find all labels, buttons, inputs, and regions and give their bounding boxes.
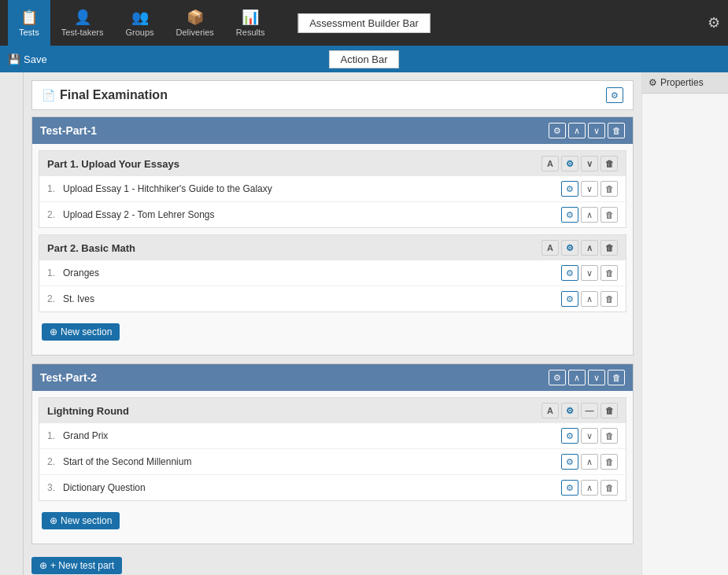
properties-header: ⚙ Properties xyxy=(642,72,728,94)
item1-delete-btn[interactable]: 🗑 xyxy=(601,181,618,197)
item5-delete-btn[interactable]: 🗑 xyxy=(601,428,618,444)
test-part-2-actions: ⚙ ∧ ∨ 🗑 xyxy=(549,370,625,385)
test-title: Final Examination xyxy=(60,88,168,102)
nav-item-test-takers[interactable]: 👤 Test-takers xyxy=(50,9,115,37)
test-segment-1-header: Part 1. Upload Your Essays A ⚙ ∨ 🗑 xyxy=(39,151,626,176)
item2-delete-btn[interactable]: 🗑 xyxy=(601,207,618,223)
test-part-1-down-btn[interactable]: ∨ xyxy=(588,123,605,138)
item3-down-btn[interactable]: ∨ xyxy=(581,265,598,281)
nav-item-groups[interactable]: 👥 Groups xyxy=(114,9,164,37)
item5-down-btn[interactable]: ∨ xyxy=(581,428,598,444)
seg3-delete-btn[interactable]: 🗑 xyxy=(601,403,618,418)
item4-share-btn[interactable]: ⚙ xyxy=(561,291,578,307)
item7-delete-btn[interactable]: 🗑 xyxy=(601,480,618,496)
item1-share-btn[interactable]: ⚙ xyxy=(561,181,578,197)
new-section-1-btn[interactable]: ⊕ New section xyxy=(42,323,120,341)
tests-icon: 📋 xyxy=(20,9,38,26)
seg1-delete-btn[interactable]: 🗑 xyxy=(601,156,618,171)
nav-item-tests[interactable]: 📋 Tests xyxy=(8,0,50,46)
item-title: Oranges xyxy=(63,267,99,278)
item6-up-btn[interactable]: ∧ xyxy=(581,454,598,470)
new-section-1-label: New section xyxy=(61,326,112,337)
seg2-up-btn[interactable]: ∧ xyxy=(581,240,598,256)
test-part-2-body: Lightning Round A ⚙ — 🗑 1. Grand Prix xyxy=(32,391,633,544)
results-icon: 📊 xyxy=(242,9,259,26)
test-segment-1-title: Part 1. Upload Your Essays xyxy=(47,158,179,170)
nav-gear-icon[interactable]: ⚙ xyxy=(708,14,720,31)
item-6-actions: ⚙ ∧ 🗑 xyxy=(561,454,618,470)
deliveries-icon: 📦 xyxy=(187,9,204,26)
item7-share-btn[interactable]: ⚙ xyxy=(561,480,578,496)
nav-item-results[interactable]: 📊 Results xyxy=(225,9,276,37)
seg3-a-btn[interactable]: A xyxy=(541,403,559,418)
item-title: St. Ives xyxy=(63,293,94,304)
save-button[interactable]: 💾 Save xyxy=(8,53,47,65)
item-title: Dictionary Question xyxy=(63,482,146,493)
test-part-1-share-btn[interactable]: ⚙ xyxy=(549,123,566,138)
nav-item-deliveries[interactable]: 📦 Deliveries xyxy=(165,9,225,37)
nav-label-results: Results xyxy=(236,28,265,37)
test-header-share-btn[interactable]: ⚙ xyxy=(606,87,623,103)
assessment-builder-label: Assessment Builder Bar xyxy=(297,13,431,33)
item-7-actions: ⚙ ∧ 🗑 xyxy=(561,480,618,496)
item7-up-btn[interactable]: ∧ xyxy=(581,480,598,496)
test-segment-2-body: 1. Oranges ⚙ ∨ 🗑 2. St. Ives xyxy=(39,260,626,311)
test-segment-3-title: Lightning Round xyxy=(47,405,129,417)
canvas-area: 📄 Final Examination ⚙ Test-Part-1 ⚙ ∧ ∨ … xyxy=(24,72,641,575)
test-part-1-up-btn[interactable]: ∧ xyxy=(568,123,586,138)
test-segment-1-body: 1. Upload Essay 1 - Hitchhiker's Guide t… xyxy=(39,176,626,227)
seg1-down-btn[interactable]: ∨ xyxy=(581,156,598,171)
seg2-a-btn[interactable]: A xyxy=(541,240,559,256)
item-1-actions: ⚙ ∨ 🗑 xyxy=(561,181,618,197)
seg1-a-btn[interactable]: A xyxy=(541,156,559,171)
test-segment-2: Part 2. Basic Math A ⚙ ∧ 🗑 1. Oranges xyxy=(39,234,626,312)
plus-icon-3: ⊕ xyxy=(39,560,47,571)
test-part-2-title: Test-Part-2 xyxy=(40,371,97,384)
seg3-dash-btn[interactable]: — xyxy=(581,403,598,418)
seg3-share-btn[interactable]: ⚙ xyxy=(561,403,578,418)
save-icon: 💾 xyxy=(8,53,20,65)
item-number: 2. xyxy=(47,456,63,467)
item-number: 3. xyxy=(47,482,63,493)
item-row: 1. Oranges ⚙ ∨ 🗑 xyxy=(39,260,626,286)
main-layout: 📄 Final Examination ⚙ Test-Part-1 ⚙ ∧ ∨ … xyxy=(0,72,728,575)
item6-share-btn[interactable]: ⚙ xyxy=(561,454,578,470)
item1-down-btn[interactable]: ∨ xyxy=(581,181,598,197)
new-test-part-wrapper: ⊕ + New test part xyxy=(31,552,634,575)
action-bar-label: Action Bar xyxy=(329,50,400,68)
test-part-1-delete-btn[interactable]: 🗑 xyxy=(608,123,625,138)
item5-share-btn[interactable]: ⚙ xyxy=(561,428,578,444)
item2-share-btn[interactable]: ⚙ xyxy=(561,207,578,223)
item4-up-btn[interactable]: ∧ xyxy=(581,291,598,307)
item-title: Upload Essay 1 - Hitchhiker's Guide to t… xyxy=(63,183,272,194)
seg2-delete-btn[interactable]: 🗑 xyxy=(601,240,618,256)
new-test-part-btn[interactable]: ⊕ + New test part xyxy=(31,557,122,574)
test-takers-icon: 👤 xyxy=(74,9,91,26)
test-part-2-header: Test-Part-2 ⚙ ∧ ∨ 🗑 xyxy=(32,364,633,391)
test-segment-3-actions: A ⚙ — 🗑 xyxy=(541,403,618,418)
new-section-2-wrapper: ⊕ New section xyxy=(39,507,626,534)
test-part-2-share-btn[interactable]: ⚙ xyxy=(549,370,566,385)
test-part-2-up-btn[interactable]: ∧ xyxy=(568,370,586,385)
item3-delete-btn[interactable]: 🗑 xyxy=(601,265,618,281)
item-3-actions: ⚙ ∨ 🗑 xyxy=(561,265,618,281)
properties-panel: ⚙ Properties xyxy=(641,72,728,575)
test-part-2-down-btn[interactable]: ∨ xyxy=(588,370,605,385)
seg2-share-btn[interactable]: ⚙ xyxy=(561,240,578,256)
item3-share-btn[interactable]: ⚙ xyxy=(561,265,578,281)
test-part-2: Test-Part-2 ⚙ ∧ ∨ 🗑 Lightning Round A ⚙ xyxy=(31,363,634,544)
test-header: 📄 Final Examination ⚙ xyxy=(31,80,634,110)
plus-icon-2: ⊕ xyxy=(50,515,57,526)
new-test-part-label: + New test part xyxy=(50,560,114,571)
item4-delete-btn[interactable]: 🗑 xyxy=(601,291,618,307)
test-segment-2-actions: A ⚙ ∧ 🗑 xyxy=(541,240,618,256)
test-part-2-delete-btn[interactable]: 🗑 xyxy=(608,370,625,385)
item6-delete-btn[interactable]: 🗑 xyxy=(601,454,618,470)
new-section-2-btn[interactable]: ⊕ New section xyxy=(42,512,120,529)
item-row: 3. Dictionary Question ⚙ ∧ 🗑 xyxy=(39,475,626,500)
seg1-share-btn[interactable]: ⚙ xyxy=(561,156,578,171)
item-row: 2. St. Ives ⚙ ∧ 🗑 xyxy=(39,286,626,311)
item2-up-btn[interactable]: ∧ xyxy=(581,207,598,223)
properties-label: Properties xyxy=(660,77,704,88)
properties-icon: ⚙ xyxy=(649,77,657,88)
